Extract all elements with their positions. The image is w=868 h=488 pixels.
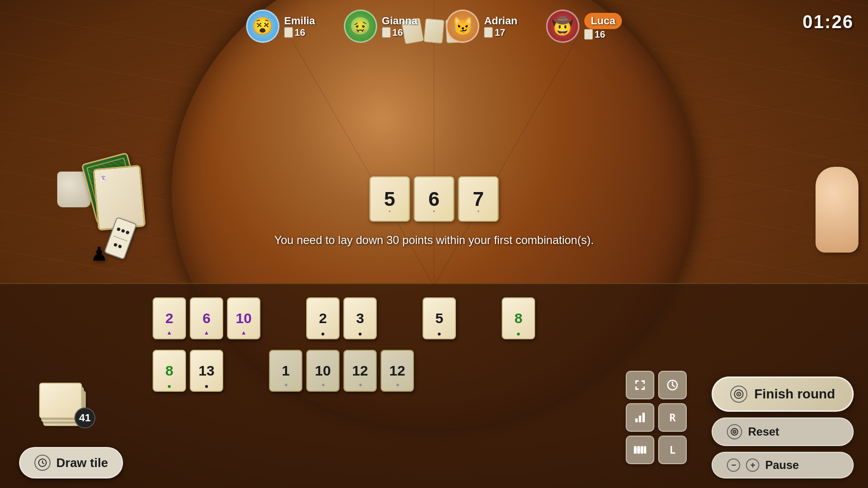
avatar-luca: 🤠 (546, 10, 579, 43)
r-key-btn[interactable]: R (658, 403, 687, 432)
hand-row1: 2 ▲ 6 ▲ 10 ▲ 2 3 (153, 297, 535, 339)
player-tiles-luca: 16 (584, 29, 622, 40)
finish-round-btn[interactable]: Finish round (712, 376, 854, 412)
hand-tile-12-grey-2[interactable]: 12 ✦ (381, 350, 414, 392)
hand-tile-13-black[interactable]: 13 (190, 350, 223, 392)
hand-tile-3-black[interactable]: 3 (343, 297, 377, 339)
tile-dot-8g (517, 333, 520, 336)
tile-gap-2 (381, 297, 419, 339)
hand-tile-5-black[interactable]: 5 (423, 297, 456, 339)
svg-rect-3 (639, 416, 641, 422)
hand-tile-10-purple[interactable]: 10 ▲ (227, 297, 260, 339)
player-tiles-adrian: 17 (484, 27, 517, 38)
player-emilia: 😵 Emilia 16 (246, 10, 315, 43)
avatar-gianna: 🤢 (344, 10, 377, 43)
player-tiles-emilia: 16 (284, 27, 315, 38)
l-key-label: L (669, 444, 675, 456)
hand-tile-12-grey-1[interactable]: 12 ✦ (343, 350, 377, 392)
player-gianna: 🤢 Gianna 16 (344, 10, 418, 43)
pause-plus-icon: + (746, 458, 759, 472)
top-bar: 😵 Emilia 16 🤢 Gianna 16 😼 (0, 0, 868, 52)
tile-dot-13b (205, 385, 208, 388)
player-adrian: 😼 Adrian 17 (446, 10, 517, 43)
info-message: You need to lay down 30 points within yo… (274, 234, 594, 247)
svg-rect-6 (637, 446, 640, 454)
game-table: 😵 Emilia 16 🤢 Gianna 16 😼 (0, 0, 868, 488)
hand-tile-2-purple[interactable]: 2 ▲ (153, 297, 186, 339)
hand-tile-8-green[interactable]: 8 (502, 297, 535, 339)
icon-grid: R L (626, 371, 687, 464)
player-name-emilia: Emilia (284, 15, 315, 27)
hand-tile-6-purple[interactable]: 6 ▲ (190, 297, 223, 339)
finish-round-label: Finish round (754, 386, 835, 402)
tile-star-1: ✦ (284, 382, 288, 388)
reset-icon (727, 424, 742, 439)
tile-stack: 41 (38, 378, 91, 426)
hand-tile-1-grey[interactable]: 1 ✦ (269, 350, 302, 392)
avatar-emilia: 😵 (246, 10, 279, 43)
chart-btn[interactable] (626, 403, 654, 432)
finish-round-icon (730, 386, 747, 403)
domino (110, 219, 131, 257)
pause-btn[interactable]: − + Pause (712, 452, 854, 478)
tile-arrow-1: ▲ (166, 329, 172, 336)
tile-gap-3 (460, 297, 498, 339)
draw-tile-icon (34, 455, 51, 471)
reset-label: Reset (748, 425, 779, 438)
player-name-adrian: Adrian (484, 15, 517, 27)
stack-tiles-visual: 41 (38, 378, 91, 426)
pause-minus-icon: − (727, 458, 740, 472)
tile-dot-2b (321, 333, 324, 336)
hand-tile-10-grey[interactable]: 10 ✦ (306, 350, 340, 392)
pause-label: Pause (765, 458, 799, 472)
player-name-luca: Luca (584, 13, 622, 29)
avatar-adrian: 😼 (446, 10, 479, 43)
reset-btn[interactable]: Reset (712, 417, 854, 446)
svg-point-14 (734, 431, 735, 432)
hand-tile-2-black[interactable]: 2 (306, 297, 340, 339)
right-controls: Finish round Reset − + Pause (712, 376, 854, 478)
player-tiles-gianna: 16 (382, 27, 418, 38)
center-tile-5[interactable]: 5 (370, 176, 410, 222)
expand-btn[interactable] (626, 371, 654, 399)
tile-star-4: ✦ (395, 382, 400, 388)
tile-gap-4 (227, 350, 265, 392)
tile-star-3: ✦ (358, 382, 362, 388)
tile-dot-8g2 (168, 385, 171, 388)
svg-rect-8 (644, 446, 646, 454)
tile-arrow-2: ▲ (204, 329, 209, 336)
draw-tile-btn[interactable]: Draw tile (19, 447, 123, 478)
rack-btn[interactable] (626, 436, 654, 464)
center-tile-7[interactable]: 7 (458, 176, 499, 222)
hand-row2: 8 13 1 ✦ 10 ✦ 12 ✦ (153, 350, 414, 392)
player-luca: 🤠 Luca 16 (546, 10, 622, 43)
chess-piece: ♟ (91, 243, 108, 265)
tile-star-2: ✦ (321, 382, 325, 388)
l-key-btn[interactable]: L (658, 436, 687, 464)
center-tiles: 5 6 7 (370, 176, 499, 222)
center-tile-6[interactable]: 6 (414, 176, 455, 222)
stack-count: 41 (74, 407, 95, 428)
player-name-gianna: Gianna (382, 15, 418, 27)
svg-point-11 (738, 394, 740, 395)
tile-arrow-3: ▲ (241, 329, 247, 336)
history-btn[interactable] (658, 371, 687, 399)
hand-tile-8-green-2[interactable]: 8 (153, 350, 186, 392)
tile-dot-5b (438, 333, 441, 336)
svg-rect-5 (634, 446, 637, 454)
tile-dot-3b (359, 333, 362, 336)
svg-rect-7 (641, 446, 643, 454)
svg-rect-4 (642, 413, 645, 422)
r-key-label: R (669, 412, 675, 424)
draw-tile-label: Draw tile (56, 456, 108, 470)
arm-prop (816, 167, 868, 262)
tile-gap-1 (264, 297, 302, 339)
svg-rect-2 (635, 418, 638, 422)
timer: 01:26 (803, 12, 854, 32)
